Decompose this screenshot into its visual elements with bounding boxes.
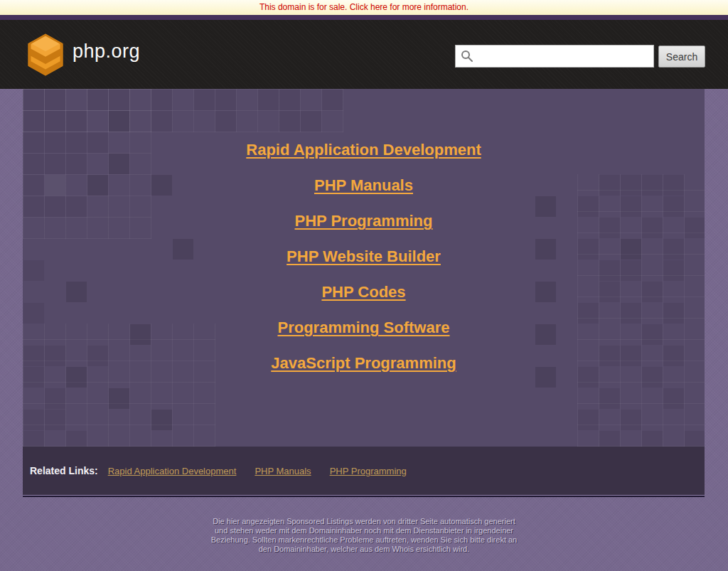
- mosaic-square: [215, 90, 236, 110]
- search-icon: [461, 50, 473, 63]
- disclaimer-line: den Domaininhaber, welcher aus dem Whois…: [0, 545, 728, 554]
- related-links-heading: Related Links:: [30, 465, 98, 476]
- mosaic-square: [66, 431, 87, 447]
- domain-sale-message[interactable]: This domain is for sale. Click here for …: [259, 2, 469, 12]
- site-title: php.org: [73, 41, 140, 63]
- footer-disclaimer: Die hier angezeigten Sponsored Listings …: [0, 517, 728, 554]
- mosaic-grid: [23, 89, 343, 132]
- mosaic-square: [194, 90, 215, 110]
- mosaic-square: [151, 111, 172, 132]
- main-link-row: Rapid Application Development: [23, 132, 705, 168]
- mosaic-square: [279, 111, 300, 132]
- search-form: [455, 45, 654, 68]
- mosaic-square: [685, 431, 705, 447]
- disclaimer-line: und stehen weder mit dem Domaininhaber n…: [0, 526, 728, 535]
- mosaic-square: [642, 431, 663, 447]
- mosaic-square: [23, 111, 44, 132]
- related-links-bar: Related Links: Rapid Application Develop…: [23, 447, 705, 495]
- main-link-row: PHP Codes: [23, 274, 705, 310]
- mosaic-square: [215, 111, 236, 132]
- accent-stripe: [0, 15, 728, 20]
- mosaic-square: [23, 90, 44, 110]
- content-link[interactable]: JavaScript Programming: [271, 354, 456, 372]
- mosaic-square: [87, 90, 108, 110]
- content-link[interactable]: Programming Software: [277, 319, 449, 336]
- mosaic-square: [109, 90, 129, 110]
- related-links-list: Rapid Application DevelopmentPHP Manuals…: [108, 464, 425, 477]
- mosaic-square: [151, 410, 172, 430]
- content-link[interactable]: PHP Website Builder: [287, 247, 441, 265]
- main-link-row: PHP Manuals: [23, 168, 705, 203]
- related-link[interactable]: PHP Manuals: [255, 466, 311, 476]
- content-link[interactable]: PHP Programming: [295, 212, 433, 230]
- content-link[interactable]: PHP Manuals: [314, 176, 413, 194]
- mosaic-square: [45, 111, 65, 132]
- mosaic-square: [578, 410, 599, 430]
- mosaic-square: [45, 410, 65, 430]
- mosaic-square: [66, 111, 87, 132]
- mosaic-square: [109, 111, 129, 132]
- main-link-row: PHP Programming: [23, 203, 705, 239]
- mosaic-square: [599, 431, 620, 447]
- related-link[interactable]: PHP Programming: [330, 466, 407, 476]
- related-link[interactable]: Rapid Application Development: [108, 466, 237, 476]
- mosaic-square: [151, 90, 172, 110]
- mosaic-square: [23, 431, 44, 447]
- mosaic-square: [621, 410, 641, 430]
- mosaic-square: [109, 388, 129, 409]
- mosaic-square: [279, 90, 300, 110]
- mosaic-square: [663, 388, 684, 409]
- site-logo-icon: [26, 33, 65, 76]
- mosaic-square: [23, 410, 44, 430]
- content-link[interactable]: Rapid Application Development: [246, 141, 481, 159]
- mosaic-square: [45, 388, 65, 409]
- main-link-row: PHP Website Builder: [23, 239, 705, 274]
- mosaic-square: [45, 90, 65, 110]
- disclaimer-line: Beziehung. Sollten markenrechtliche Prob…: [0, 535, 728, 545]
- search-button[interactable]: Search: [658, 46, 705, 68]
- mosaic-square: [322, 90, 343, 110]
- header: php.org Search: [0, 20, 728, 89]
- main-link-row: Programming Software: [23, 310, 705, 346]
- mosaic-square: [599, 388, 620, 409]
- mosaic-square: [301, 111, 321, 132]
- search-input[interactable]: [455, 45, 654, 68]
- main-links: Rapid Application DevelopmentPHP Manuals…: [23, 132, 705, 381]
- main-link-row: JavaScript Programming: [23, 346, 705, 381]
- disclaimer-line: Die hier angezeigten Sponsored Listings …: [0, 517, 728, 526]
- content-panel: Rapid Application DevelopmentPHP Manuals…: [23, 89, 705, 447]
- content-link[interactable]: PHP Codes: [321, 283, 405, 301]
- domain-sale-banner[interactable]: This domain is for sale. Click here for …: [0, 0, 728, 15]
- mosaic-square: [258, 90, 279, 110]
